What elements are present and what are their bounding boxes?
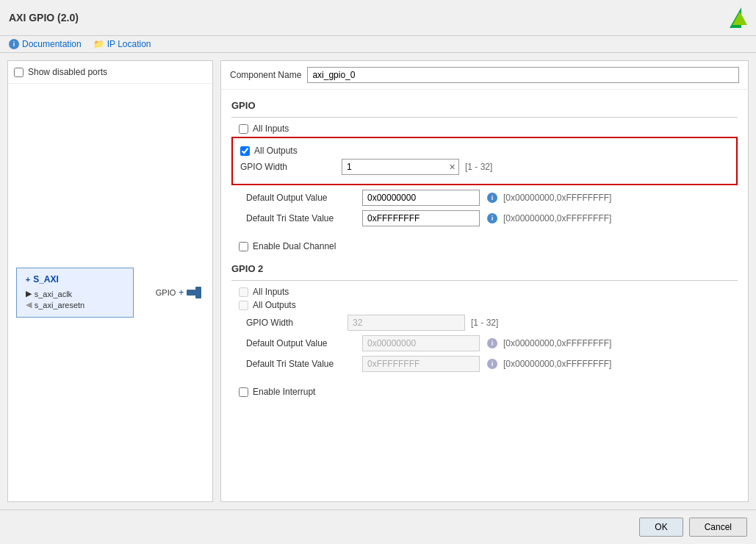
gpio2-default-output-label: Default Output Value: [246, 338, 356, 348]
gpio2-default-tri-input[interactable]: [363, 357, 479, 371]
right-panel-body[interactable]: GPIO All Inputs All Outputs: [221, 90, 748, 501]
right-panel: Component Name GPIO All Inputs: [220, 60, 749, 502]
gpio2-section-title: GPIO 2: [231, 263, 738, 274]
port-arrow-aresetn: ◀: [26, 300, 32, 309]
all-inputs-checkbox[interactable]: [239, 124, 248, 134]
gpio2-default-tri-label: Default Tri State Value: [246, 359, 356, 369]
enable-dual-channel-label: Enable Dual Channel: [253, 241, 336, 251]
all-inputs-row: All Inputs: [231, 124, 738, 134]
show-disabled-ports-label: Show disabled ports: [28, 67, 107, 77]
ip-location-link[interactable]: 📁 IP Location: [93, 39, 151, 49]
gpio2-all-outputs-checkbox[interactable]: [239, 301, 248, 310]
gpio2-width-row: GPIO Width [1 - 32]: [231, 315, 738, 331]
documentation-link[interactable]: i Documentation: [9, 39, 82, 49]
default-tri-wrapper: [362, 210, 480, 226]
component-ports: ▶ s_axi_aclk ◀ s_axi_aresetn: [26, 289, 124, 309]
port-label-aresetn: s_axi_aresetn: [35, 301, 85, 309]
gpio2-default-tri-info-icon[interactable]: i: [487, 359, 497, 369]
all-outputs-checkbox[interactable]: [240, 146, 250, 156]
show-disabled-ports-checkbox[interactable]: [14, 68, 24, 77]
enable-interrupt-row: Enable Interrupt: [231, 387, 738, 397]
gpio2-default-output-row: Default Output Value i [0x00000000,0xFFF…: [231, 335, 738, 351]
bus-symbol: [187, 285, 204, 300]
port-row-aclk: ▶ s_axi_aclk: [26, 289, 124, 298]
default-output-label: Default Output Value: [246, 193, 356, 203]
port-label-aclk: s_axi_aclk: [35, 290, 72, 298]
component-block: + S_AXI ▶ s_axi_aclk ◀ s_axi_aresetn: [16, 268, 134, 318]
svg-rect-1: [195, 287, 201, 298]
port-arrow-aclk: ▶: [26, 289, 32, 298]
gpio2-default-output-range: [0x00000000,0xFFFFFFFF]: [503, 338, 611, 348]
all-outputs-label: All Outputs: [254, 146, 298, 156]
gpio2-all-outputs-row: All Outputs: [231, 300, 738, 310]
all-outputs-row: All Outputs: [240, 146, 729, 156]
gpio-width-label: GPIO Width: [240, 162, 336, 172]
gpio-text: GPIO: [156, 288, 176, 297]
gpio2-width-wrapper: [348, 315, 465, 331]
gpio2-default-output-wrapper: [362, 335, 480, 351]
gpio2-section: GPIO 2 All Inputs All Outputs GPIO W: [231, 263, 738, 372]
all-inputs-label: All Inputs: [253, 124, 289, 134]
default-output-wrapper: [362, 190, 480, 206]
left-panel-body: + S_AXI ▶ s_axi_aclk ◀ s_axi_aresetn: [8, 84, 212, 501]
default-output-row: Default Output Value i [0x00000000,0xFFF…: [231, 190, 738, 206]
component-name: S_AXI: [33, 274, 59, 284]
port-row-aresetn: ◀ s_axi_aresetn: [26, 300, 124, 309]
ok-button[interactable]: OK: [639, 518, 683, 537]
vivado-logo: [724, 6, 747, 29]
gpio2-default-output-info-icon[interactable]: i: [487, 338, 497, 348]
highlighted-section: All Outputs GPIO Width ✕ [1 - 32]: [231, 137, 738, 185]
default-tri-label: Default Tri State Value: [246, 213, 356, 223]
gpio-width-row: GPIO Width ✕ [1 - 32]: [240, 159, 729, 175]
gpio-divider: [231, 117, 738, 118]
gpio-width-clear-button[interactable]: ✕: [446, 161, 458, 173]
gpio2-divider: [231, 280, 738, 281]
expand-icon: +: [26, 275, 30, 284]
location-icon: 📁: [93, 39, 104, 49]
window-title: AXI GPIO (2.0): [9, 12, 79, 24]
gpio-width-input[interactable]: [342, 160, 446, 174]
enable-interrupt-checkbox[interactable]: [239, 387, 248, 397]
default-tri-row: Default Tri State Value i [0x00000000,0x…: [231, 210, 738, 226]
gpio2-default-tri-wrapper: [362, 356, 480, 372]
gpio2-all-outputs-label: All Outputs: [253, 300, 296, 310]
svg-rect-0: [187, 290, 195, 296]
enable-interrupt-label: Enable Interrupt: [253, 387, 315, 397]
default-tri-input[interactable]: [363, 211, 479, 226]
enable-dual-channel-row: Enable Dual Channel: [231, 241, 738, 251]
gpio2-width-range: [1 - 32]: [471, 318, 498, 328]
bottom-buttons: OK Cancel: [0, 509, 756, 544]
left-panel-header: Show disabled ports: [8, 61, 212, 84]
gpio2-width-input[interactable]: [348, 315, 464, 330]
title-bar: AXI GPIO (2.0): [0, 0, 756, 36]
documentation-label: Documentation: [22, 39, 82, 49]
gpio-section-title: GPIO: [231, 100, 738, 111]
left-panel: Show disabled ports + S_AXI ▶ s_axi_aclk: [7, 60, 213, 502]
gpio-section: GPIO All Inputs All Outputs: [231, 100, 738, 226]
gpio2-default-tri-row: Default Tri State Value i [0x00000000,0x…: [231, 356, 738, 372]
gpio2-all-inputs-checkbox[interactable]: [239, 287, 248, 297]
gpio-plus-icon: +: [179, 287, 184, 298]
gpio2-all-inputs-label: All Inputs: [253, 287, 289, 297]
enable-dual-channel-checkbox[interactable]: [239, 242, 248, 251]
default-tri-info-icon[interactable]: i: [487, 213, 497, 223]
component-name-input[interactable]: [307, 67, 739, 83]
gpio-width-range: [1 - 32]: [465, 162, 492, 172]
component-name-row: Component Name: [221, 61, 748, 90]
default-output-info-icon[interactable]: i: [487, 193, 497, 203]
gpio-width-input-wrapper: ✕: [342, 159, 459, 175]
gpio-connector: GPIO +: [156, 285, 205, 300]
component-header: + S_AXI: [26, 274, 124, 284]
default-output-range: [0x00000000,0xFFFFFFFF]: [503, 193, 611, 203]
gpio2-default-tri-range: [0x00000000,0xFFFFFFFF]: [503, 359, 611, 369]
gpio2-default-output-input[interactable]: [363, 336, 479, 351]
gpio2-all-inputs-row: All Inputs: [231, 287, 738, 297]
gpio2-width-label: GPIO Width: [246, 318, 342, 328]
main-window: AXI GPIO (2.0) i Documentation 📁 IP Loca…: [0, 0, 756, 544]
toolbar: i Documentation 📁 IP Location: [0, 36, 756, 53]
cancel-button[interactable]: Cancel: [689, 518, 747, 537]
content-area: Show disabled ports + S_AXI ▶ s_axi_aclk: [0, 53, 756, 509]
component-name-label: Component Name: [230, 70, 301, 80]
default-output-input[interactable]: [363, 190, 479, 205]
ip-location-label: IP Location: [107, 39, 151, 49]
